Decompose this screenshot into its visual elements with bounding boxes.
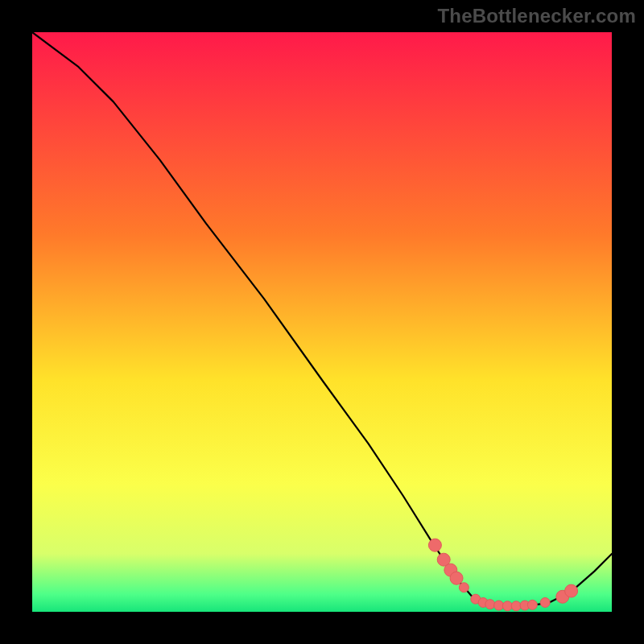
marker-point xyxy=(511,601,521,611)
chart-frame: TheBottlenecker.com xyxy=(0,0,644,644)
marker-point xyxy=(565,584,578,597)
marker-point xyxy=(540,597,550,607)
plot-area xyxy=(32,32,612,612)
marker-point xyxy=(494,601,504,610)
marker-point xyxy=(428,539,441,551)
marker-point xyxy=(459,583,469,592)
marker-point xyxy=(450,572,463,584)
marker-point xyxy=(527,600,537,609)
chart-svg xyxy=(32,32,612,612)
marker-point xyxy=(502,601,512,611)
gradient-background xyxy=(32,32,612,612)
watermark-text: TheBottlenecker.com xyxy=(437,5,636,27)
marker-point xyxy=(485,600,495,609)
